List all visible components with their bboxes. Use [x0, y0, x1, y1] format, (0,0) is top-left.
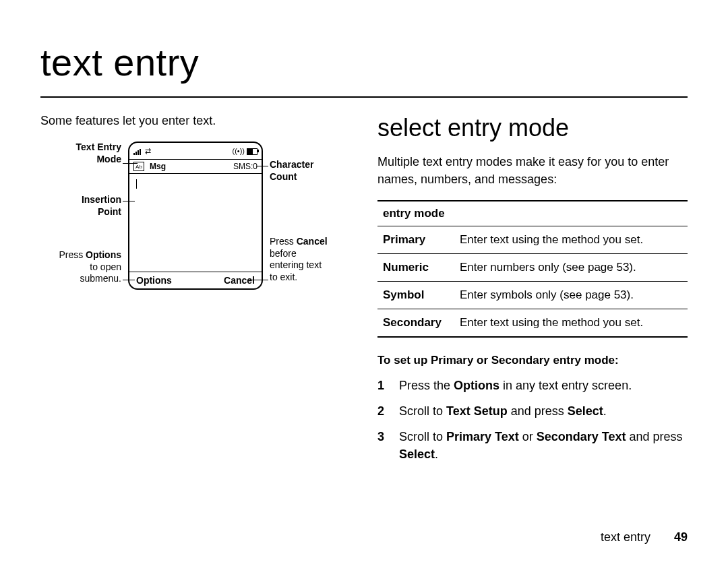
- steps-heading: To set up Primary or Secondary entry mod…: [377, 354, 688, 367]
- softkey-bar: Options Cancel: [129, 272, 262, 288]
- status-bar: ⇄ ((•)): [129, 143, 262, 160]
- data-icon: ⇄: [145, 148, 151, 155]
- mode-name: Numeric: [377, 254, 454, 282]
- step-bold: Secondary Text: [537, 430, 626, 443]
- mode-name: Symbol: [377, 282, 454, 309]
- callout-bold: Cancel: [297, 236, 328, 247]
- left-column: Some features let you enter text. ⇄ ((•)…: [40, 114, 351, 468]
- page-footer: text entry 49: [601, 530, 688, 544]
- divider: [40, 96, 688, 98]
- step-span: in any text entry screen.: [499, 379, 632, 392]
- section-intro: Multiple text entry modes make it easy f…: [377, 153, 688, 188]
- callout-press-options: Press Options to open submenu.: [40, 249, 121, 285]
- step-span: Scroll to: [399, 430, 446, 443]
- callout-line: before: [270, 248, 297, 259]
- callout-line: to exit.: [270, 272, 297, 282]
- table-row: Symbol Enter symbols only (see page 53).: [377, 282, 688, 309]
- callout-bold: Options: [86, 249, 121, 260]
- callout-line: submenu.: [80, 273, 121, 284]
- step-item: 1 Press the Options in any text entry sc…: [377, 373, 688, 398]
- phone-screen: ⇄ ((•)) Ab Msg SMS:0: [128, 142, 263, 290]
- step-span: or: [519, 430, 537, 443]
- callout-line: Text Entry: [76, 142, 121, 152]
- status-right: ((•)): [232, 148, 257, 155]
- insertion-cursor: [136, 179, 137, 189]
- step-bold: Select: [399, 447, 435, 461]
- section-heading: select entry mode: [377, 114, 688, 142]
- table-row: Numeric Enter numbers only (see page 53)…: [377, 254, 688, 282]
- step-bold: Options: [454, 379, 499, 392]
- right-column: select entry mode Multiple text entry mo…: [377, 114, 688, 468]
- step-number: 3: [377, 428, 387, 463]
- status-left: ⇄: [133, 148, 151, 155]
- callout-line: Press: [59, 249, 86, 260]
- mode-name: Primary: [377, 226, 454, 254]
- sms-counter: SMS:0: [233, 162, 257, 171]
- leader-line: [256, 166, 268, 166]
- callout-line: Character: [270, 159, 313, 170]
- leader-line: [123, 201, 135, 201]
- two-column-layout: Some features let you enter text. ⇄ ((•)…: [40, 114, 688, 468]
- step-number: 2: [377, 402, 387, 420]
- softkey-options: Options: [136, 275, 172, 286]
- callout-line: Mode: [96, 154, 121, 164]
- callout-text-entry-mode: Text Entry Mode: [40, 142, 121, 165]
- table-header: entry mode: [377, 201, 688, 226]
- step-span: and press: [626, 430, 682, 443]
- table-row: Secondary Enter text using the method yo…: [377, 309, 688, 338]
- phone-diagram: ⇄ ((•)) Ab Msg SMS:0: [40, 142, 351, 317]
- softkey-cancel: Cancel: [224, 275, 255, 286]
- callout-line: Press: [270, 236, 297, 247]
- leader-line: [123, 280, 135, 280]
- leader-line: [249, 280, 268, 280]
- step-bold: Primary Text: [446, 430, 519, 443]
- mode-desc: Enter text using the method you set.: [454, 226, 688, 254]
- step-span: and press: [508, 404, 568, 418]
- step-span: .: [435, 447, 438, 461]
- mode-desc: Enter numbers only (see page 53).: [454, 254, 688, 282]
- callout-line: to open: [90, 261, 121, 272]
- intro-text: Some features let you enter text.: [40, 114, 351, 128]
- mode-desc: Enter text using the method you set.: [454, 309, 688, 338]
- mode-name: Secondary: [377, 309, 454, 338]
- step-item: 3 Scroll to Primary Text or Secondary Te…: [377, 424, 688, 467]
- vibrate-icon: ((•)): [232, 148, 245, 155]
- step-span: .: [603, 404, 607, 418]
- page-title: text entry: [40, 40, 688, 84]
- page-number: 49: [674, 530, 688, 544]
- manual-page: text entry Some features let you enter t…: [0, 0, 728, 562]
- leader-line: [123, 163, 138, 164]
- step-item: 2 Scroll to Text Setup and press Select.: [377, 398, 688, 424]
- title-bar: Ab Msg SMS:0: [129, 160, 262, 174]
- callout-line: Point: [98, 206, 121, 217]
- entry-mode-table: entry mode Primary Enter text using the …: [377, 200, 688, 338]
- step-bold: Text Setup: [446, 404, 508, 418]
- footer-section-label: text entry: [601, 530, 650, 544]
- text-area: [129, 174, 262, 274]
- step-text: Scroll to Primary Text or Secondary Text…: [399, 428, 688, 463]
- step-bold: Select: [568, 404, 603, 418]
- msg-label: Msg: [150, 162, 166, 171]
- battery-icon: [247, 148, 257, 155]
- signal-icon: [133, 148, 143, 155]
- callout-line: entering text: [270, 259, 322, 270]
- mode-desc: Enter symbols only (see page 53).: [454, 282, 688, 309]
- step-text: Press the Options in any text entry scre…: [399, 377, 632, 394]
- step-span: Press the: [399, 379, 454, 392]
- steps-list: 1 Press the Options in any text entry sc…: [377, 373, 688, 467]
- step-number: 1: [377, 377, 387, 394]
- callout-insertion-point: Insertion Point: [40, 194, 121, 218]
- step-span: Scroll to: [399, 404, 446, 418]
- callout-line: Insertion: [82, 194, 121, 205]
- table-row: Primary Enter text using the method you …: [377, 226, 688, 254]
- callout-press-cancel: Press Cancel before entering text to exi…: [270, 236, 328, 283]
- callout-character-count: Character Count: [270, 159, 313, 183]
- step-text: Scroll to Text Setup and press Select.: [399, 402, 607, 420]
- callout-line: Count: [270, 171, 297, 182]
